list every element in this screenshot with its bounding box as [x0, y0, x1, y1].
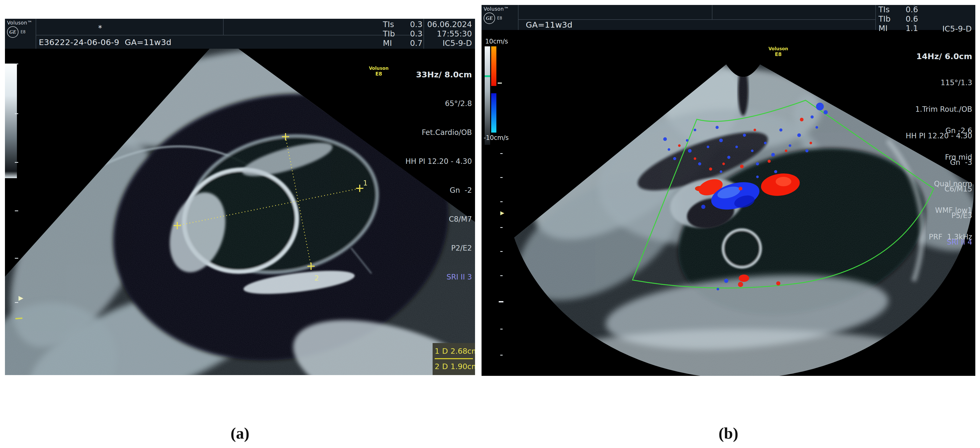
- voluson-watermark: Voluson E8: [364, 65, 393, 77]
- ge-logo-icon: GE: [484, 13, 495, 24]
- ultrasound-panel-a: 1 2 Voluson™ GE E8 * E36222-24-06-06-9 G…: [5, 19, 475, 375]
- ultrasound-panel-b: Voluson™ GE E8 GA=11w3d TIs0.6 TIb0.6 MI…: [482, 5, 975, 376]
- exam-time: 17:55:30: [427, 29, 472, 38]
- ti-label: MI: [878, 24, 888, 33]
- header-divider: [36, 19, 36, 49]
- ti-label: TIs: [383, 20, 394, 29]
- doppler-color-bar-positive: [491, 46, 496, 86]
- depth-tick: [15, 302, 18, 303]
- ti-label: MI: [383, 38, 392, 48]
- focus-arrow-icon: ▶: [500, 210, 504, 216]
- depth-tick: [15, 210, 18, 211]
- session-info-block: 06.06.2024 17:55:30 IC5-9-D: [427, 20, 472, 48]
- probe-name: IC5-9-D: [427, 38, 472, 48]
- depth-tick: [15, 113, 18, 114]
- param-row: 65°/2.8: [406, 99, 472, 108]
- param-row: Gn -2: [406, 185, 472, 195]
- doppler-params-b: Gn -2.6 Frq mid Qual norm WMF low1 PRF 1…: [929, 108, 972, 259]
- header-divider: [518, 5, 519, 30]
- param-row: WMF low1: [929, 206, 972, 215]
- grayscale-bar: [485, 46, 490, 145]
- header-divider: [223, 19, 224, 35]
- param-row: HH PI 12.20 - 4.30: [406, 156, 472, 166]
- patient-id-line: E36222-24-06-06-9 GA=11w3d: [39, 38, 172, 47]
- depth-tick: [500, 251, 503, 252]
- exam-date: 06.06.2024: [427, 20, 472, 29]
- ti-value: 0.6: [905, 5, 918, 14]
- measurement-results-box: 1D2.68cm 2D1.90cm: [433, 343, 475, 375]
- param-row: Qual norm: [929, 179, 972, 188]
- ti-value: 1.1: [905, 24, 918, 33]
- ti-label: TIs: [878, 5, 890, 14]
- thermal-index-block: TIs0.6 TIb0.6 MI1.1: [878, 5, 918, 33]
- focus-arrow-icon: ▶: [19, 294, 23, 301]
- header-divider: [423, 19, 424, 49]
- caliper-label-2: 2: [315, 274, 319, 282]
- probe-name: IC5-9-D: [942, 24, 972, 33]
- depth-tick: [500, 201, 503, 202]
- ultrasound-image-b: [482, 5, 975, 376]
- depth-tick: [500, 275, 503, 276]
- header-divider: [875, 5, 876, 30]
- caliper-label-1: 1: [363, 179, 368, 187]
- doppler-color-bar-negative: [491, 93, 496, 132]
- depth-tick: [500, 355, 503, 356]
- param-row: C8/M7: [406, 214, 472, 224]
- ti-value: 0.6: [905, 14, 918, 24]
- measurement-result: 1D2.68cm: [435, 344, 473, 358]
- baseline-tick: [498, 83, 502, 84]
- depth-tick: [500, 153, 503, 154]
- header-divider: [518, 19, 875, 20]
- param-row: PRF 1.3kHz: [929, 233, 972, 241]
- param-row: 33Hz/ 8.0cm: [406, 70, 472, 80]
- ti-label: TIb: [878, 14, 891, 24]
- voluson-brand-block: Voluson™ GE E8: [7, 20, 32, 38]
- header-divider: [36, 35, 423, 35]
- brand-model: E8: [497, 16, 502, 21]
- depth-tick: [500, 177, 503, 178]
- result-separator: [435, 358, 473, 359]
- brand-model: E8: [21, 30, 25, 34]
- ti-value: 0.7: [410, 38, 422, 48]
- depth-tick: [15, 258, 18, 259]
- header-marker: *: [98, 24, 102, 33]
- velocity-scale-max: 10cm/s: [485, 38, 508, 45]
- figure-caption-b: (b): [482, 424, 975, 443]
- figure-caption-a: (a): [5, 424, 475, 443]
- thermal-index-block: TIs0.3 TIb0.3 MI0.7: [383, 20, 422, 48]
- acquisition-params-a: 33Hz/ 8.0cm 65°/2.8 Fet.Cardio/OB HH PI …: [406, 51, 472, 301]
- header-divider: [712, 5, 713, 19]
- param-row: P2/E2: [406, 243, 472, 253]
- param-row: Fet.Cardio/OB: [406, 128, 472, 137]
- param-row-sri: SRI II 3: [406, 272, 472, 282]
- panel-b-header: Voluson™ GE E8 GA=11w3d TIs0.6 TIb0.6 MI…: [482, 5, 975, 30]
- param-row: Gn -2.6: [929, 126, 972, 135]
- gray-map-marker: [485, 75, 490, 77]
- grayscale-bar: [5, 64, 17, 178]
- depth-tick: [500, 329, 503, 330]
- ge-logo-icon: GE: [7, 26, 19, 38]
- depth-tick-major: [499, 301, 503, 302]
- voluson-brand-block: Voluson™ GE E8: [484, 6, 509, 24]
- depth-tick: [15, 64, 18, 64]
- patient-id-line: GA=11w3d: [526, 20, 573, 29]
- velocity-scale-min: -10cm/s: [484, 134, 509, 142]
- voluson-watermark: Voluson E8: [764, 46, 792, 57]
- param-row: 115°/1.3: [906, 78, 972, 87]
- ultrasound-image-a: 1 2: [5, 19, 475, 375]
- ti-value: 0.3: [410, 20, 422, 29]
- depth-tick: [15, 162, 18, 163]
- depth-tick: [500, 227, 503, 228]
- brand-name: Voluson™: [7, 20, 32, 26]
- param-row: 14Hz/ 6.0cm: [906, 52, 972, 61]
- fan-sector-a: [5, 19, 475, 375]
- measurement-result: 2D1.90cm: [435, 359, 473, 373]
- param-row: Frq mid: [929, 153, 972, 162]
- ti-label: TIb: [383, 29, 395, 38]
- brand-name: Voluson™: [484, 6, 509, 12]
- ti-value: 0.3: [410, 29, 422, 38]
- panel-a-header: Voluson™ GE E8 * E36222-24-06-06-9 GA=11…: [5, 19, 475, 49]
